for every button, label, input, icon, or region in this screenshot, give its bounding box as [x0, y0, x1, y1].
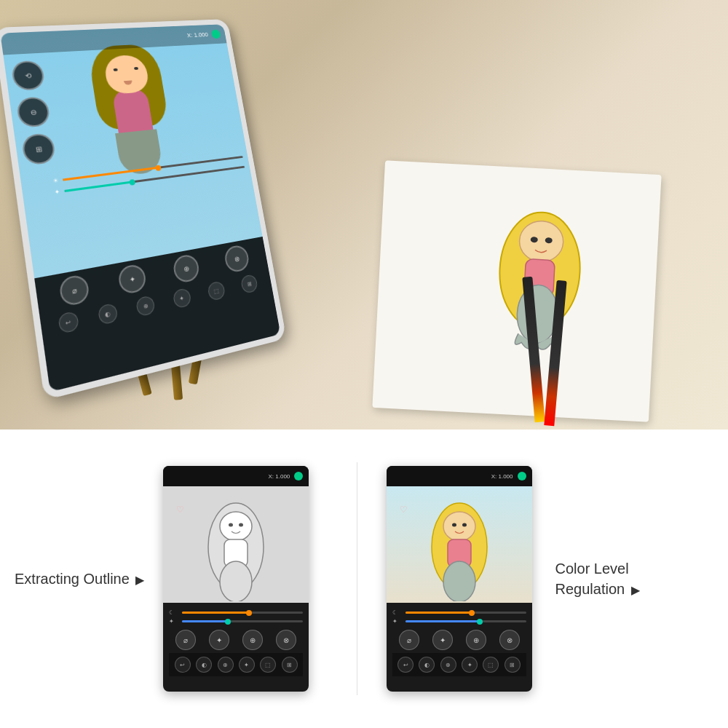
slider-icon-2-left: ✦ [169, 618, 179, 625]
feature-color-level: X: 1.000 ♡ [372, 466, 714, 692]
svg-point-9 [239, 523, 243, 526]
tablet-bottom-icon-1[interactable]: ↩ [58, 311, 79, 334]
slider-fill-1-left [182, 612, 248, 614]
app-green-dot-right [518, 472, 526, 480]
svg-point-11 [220, 561, 252, 601]
colored-svg [401, 488, 518, 601]
feature-title-left: Extracting Outline [15, 571, 130, 587]
feature-label-left: Extracting Outline ▶ [15, 569, 151, 589]
slider-knob-1-left [246, 610, 252, 616]
app-icon-face-4[interactable]: ⊗ [276, 630, 296, 650]
tablet-bottom-icon-5[interactable]: ⬚ [207, 280, 226, 301]
slider-row-1-right: ☾ [392, 609, 526, 616]
tablet-btn-3[interactable]: ⊞ [21, 132, 57, 166]
slider-knob-2-left [225, 619, 231, 625]
slider-knob-1-right [469, 610, 475, 616]
slider-row-2-left: ✦ [169, 618, 303, 625]
app-icon-face-1[interactable]: ⌀ [175, 630, 196, 650]
app-bottom-icon-4-right[interactable]: ✦ [462, 657, 478, 673]
app-mockup-right: X: 1.000 ♡ [387, 466, 532, 692]
tablet-icon-3[interactable]: ⊕ [172, 253, 201, 284]
slider-track-1-right[interactable] [405, 612, 526, 614]
svg-point-8 [229, 523, 233, 526]
paper-sheet [372, 160, 661, 422]
tablet-char-head [103, 55, 150, 95]
feature-title-right: Color LevelRegulation [555, 561, 629, 597]
app-bottom-icon-5-left[interactable]: ⬚ [260, 657, 276, 673]
app-bottom-icon-3-left[interactable]: ⊕ [218, 657, 234, 673]
svg-point-14 [452, 523, 456, 526]
tablet-bottom-icon-3[interactable]: ⊕ [135, 295, 156, 317]
slider-row-1-left: ☾ [169, 609, 303, 616]
feature-arrow-right: ▶ [631, 583, 640, 597]
app-canvas-left: ♡ [163, 486, 309, 603]
slider-icon-2-right: ✦ [392, 618, 403, 625]
tablet-icon-2[interactable]: ✦ [116, 263, 147, 295]
tablet-btn-1[interactable]: ⟲ [10, 60, 45, 92]
app-topbar-right: X: 1.000 [387, 466, 532, 486]
slider-icon-1-left: ☾ [169, 609, 179, 616]
section-divider [357, 462, 357, 695]
app-icon-row-right: ⌀ ✦ ⊕ ⊗ [392, 627, 526, 653]
tablet-btn-2[interactable]: ⊖ [16, 96, 51, 128]
svg-point-13 [443, 512, 475, 541]
app-bottom-icon-4-left[interactable]: ✦ [239, 657, 255, 673]
app-mockup-left: X: 1.000 ♡ [163, 466, 309, 692]
app-icon-face-2[interactable]: ✦ [209, 630, 229, 650]
slider-track-2-right[interactable] [405, 620, 526, 622]
app-bottom-bar-left: ↩ ◐ ⊕ ✦ ⬚ ⊞ [169, 653, 303, 676]
app-bottom-icon-2-left[interactable]: ◐ [196, 657, 212, 673]
app-x-label-left: X: 1.000 [269, 473, 290, 480]
slider-fill-1-right [405, 612, 472, 614]
bottom-section: Extracting Outline ▶ X: 1.000 ♡ [0, 430, 728, 728]
svg-point-17 [443, 561, 475, 601]
slider-icon-1-right: ☾ [392, 609, 403, 616]
app-icon-face-4-right[interactable]: ⊗ [499, 630, 520, 650]
app-icon-face-3[interactable]: ⊕ [242, 630, 263, 650]
app-controls-right: ☾ ✦ ⌀ ✦ ⊕ ⊗ [387, 603, 532, 681]
tablet-icon-1[interactable]: ⌀ [58, 274, 90, 307]
tablet-x-label: X: 1.000 [186, 31, 208, 39]
app-canvas-right: ♡ [387, 486, 532, 603]
app-icon-row-left: ⌀ ✦ ⊕ ⊗ [169, 627, 303, 653]
app-green-dot-left [294, 472, 303, 480]
photo-background: X: 1.000 ⟲ ⊖ ⊞ [0, 0, 728, 430]
app-bottom-icon-6-left[interactable]: ⊞ [282, 657, 298, 673]
app-bottom-icon-5-right[interactable]: ⬚ [483, 657, 499, 673]
feature-label-right: Color LevelRegulation ▶ [544, 558, 640, 599]
app-bottom-icon-1-left[interactable]: ↩ [175, 657, 191, 673]
slider-row-2-right: ✦ [392, 618, 526, 625]
feature-extracting-outline: Extracting Outline ▶ X: 1.000 ♡ [15, 466, 342, 692]
paper-drawing [372, 160, 661, 422]
tablet-mermaid-figure [103, 55, 164, 177]
svg-point-7 [220, 512, 252, 541]
slider-fill-2-right [405, 620, 480, 622]
sketch-svg [178, 488, 294, 601]
app-bottom-icon-3-right[interactable]: ⊕ [440, 657, 456, 673]
tablet-icon-4[interactable]: ⊗ [223, 244, 250, 274]
app-icon-face-3-right[interactable]: ⊕ [466, 630, 486, 650]
app-x-label-right: X: 1.000 [491, 473, 513, 480]
app-bottom-icon-6-right[interactable]: ⊞ [505, 657, 521, 673]
app-topbar-left: X: 1.000 [163, 466, 309, 486]
heart-icon-left: ♡ [176, 505, 184, 515]
slider-fill-2-left [182, 620, 228, 622]
app-bottom-icon-1-right[interactable]: ↩ [397, 657, 414, 673]
app-bottom-bar-right: ↩ ◐ ⊕ ✦ ⬚ ⊞ [392, 653, 526, 676]
app-controls-left: ☾ ✦ ⌀ ✦ ⊕ ⊗ [163, 603, 309, 681]
heart-icon-right: ♡ [400, 505, 408, 515]
tablet-green-dot [211, 30, 221, 39]
tablet-bottom-icon-4[interactable]: ✦ [172, 288, 191, 309]
tablet-bottom-icon-6[interactable]: ⊞ [240, 274, 258, 294]
slider-track-1-left[interactable] [182, 612, 303, 614]
photo-section: X: 1.000 ⟲ ⊖ ⊞ [0, 0, 728, 430]
app-bottom-icon-2-right[interactable]: ◐ [419, 657, 435, 673]
app-icon-face-2-right[interactable]: ✦ [432, 630, 453, 650]
slider-track-2-left[interactable] [182, 620, 303, 622]
feature-arrow-left: ▶ [135, 573, 144, 587]
svg-point-15 [462, 523, 467, 526]
app-icon-face-1-right[interactable]: ⌀ [399, 630, 419, 650]
tablet-screen: X: 1.000 ⟲ ⊖ ⊞ [0, 24, 280, 392]
tablet-bottom-icon-2[interactable]: ◐ [98, 303, 119, 325]
slider-knob-2-right [477, 619, 483, 625]
